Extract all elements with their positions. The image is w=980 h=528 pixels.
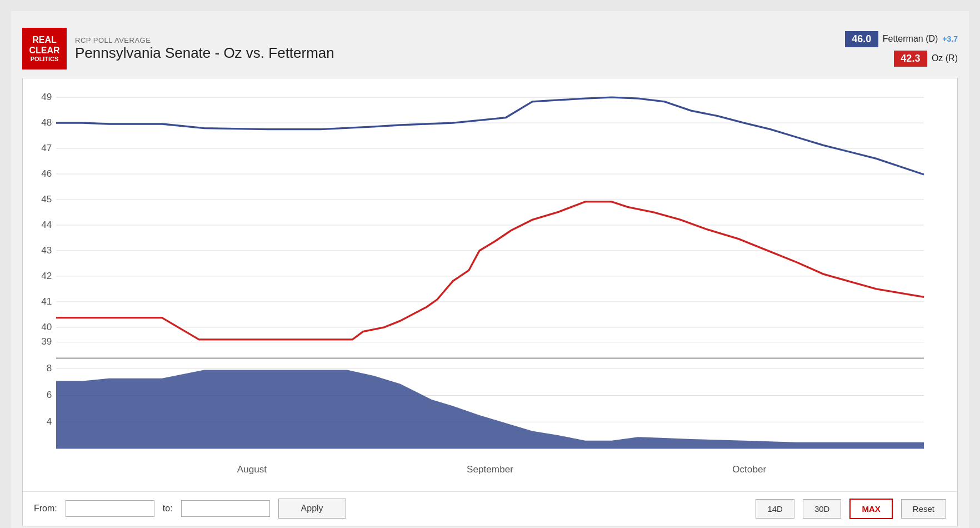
svg-text:September: September: [467, 464, 513, 475]
header-title: RCP POLL AVERAGE Pennsylvania Senate - O…: [75, 36, 334, 62]
svg-text:49: 49: [41, 91, 52, 102]
header: REAL CLEAR POLITICS RCP POLL AVERAGE Pen…: [22, 22, 958, 78]
from-input[interactable]: [66, 500, 154, 517]
main-chart-svg: 49 48 47 46 45 44 43 42 41 40 39 8: [56, 87, 924, 491]
legend: 46.0 Fetterman (D) +3.7 42.3 Oz (R): [845, 31, 958, 67]
svg-text:46: 46: [41, 168, 52, 179]
svg-text:4: 4: [47, 416, 52, 427]
chart-area: 49 48 47 46 45 44 43 42 41 40 39 8: [23, 78, 957, 491]
oz-line: [56, 202, 924, 340]
14d-button[interactable]: 14D: [756, 499, 794, 519]
spread-area: [56, 370, 924, 449]
svg-text:47: 47: [41, 142, 52, 153]
oz-value-badge: 42.3: [894, 51, 927, 67]
max-button[interactable]: MAX: [849, 499, 892, 519]
reset-button[interactable]: Reset: [901, 499, 946, 519]
oz-name: Oz (R): [932, 53, 958, 63]
logo-line1: REAL: [32, 34, 57, 45]
svg-text:41: 41: [41, 296, 52, 307]
logo: REAL CLEAR POLITICS: [22, 28, 67, 69]
svg-text:44: 44: [41, 219, 52, 230]
to-label: to:: [163, 504, 173, 514]
page-container: REAL CLEAR POLITICS RCP POLL AVERAGE Pen…: [11, 11, 969, 528]
legend-oz: 42.3 Oz (R): [894, 51, 958, 67]
svg-text:8: 8: [47, 362, 52, 373]
logo-line3: POLITICS: [31, 56, 59, 63]
fetterman-line: [56, 97, 924, 175]
apply-button[interactable]: Apply: [278, 499, 346, 519]
fetterman-name: Fetterman (D): [883, 34, 938, 44]
header-subtitle: RCP POLL AVERAGE: [75, 36, 334, 44]
logo-line2: CLEAR: [29, 45, 59, 56]
fetterman-diff: +3.7: [942, 34, 958, 43]
svg-text:43: 43: [41, 245, 52, 256]
svg-text:39: 39: [41, 336, 52, 347]
fetterman-value-badge: 46.0: [845, 31, 878, 47]
svg-text:October: October: [732, 464, 766, 475]
to-input[interactable]: [181, 500, 270, 517]
page-title: Pennsylvania Senate - Oz vs. Fetterman: [75, 44, 334, 62]
svg-text:6: 6: [47, 389, 52, 400]
legend-fetterman: 46.0 Fetterman (D) +3.7: [845, 31, 958, 47]
svg-text:48: 48: [41, 117, 52, 128]
svg-text:42: 42: [41, 270, 52, 281]
30d-button[interactable]: 30D: [803, 499, 842, 519]
controls-bar: From: to: Apply 14D 30D MAX Reset: [23, 491, 957, 526]
svg-text:45: 45: [41, 193, 52, 205]
from-label: From:: [34, 504, 57, 514]
header-left: REAL CLEAR POLITICS RCP POLL AVERAGE Pen…: [22, 28, 334, 69]
svg-text:40: 40: [41, 321, 52, 332]
svg-text:August: August: [237, 464, 267, 475]
chart-wrapper: 49 48 47 46 45 44 43 42 41 40 39 8: [22, 78, 958, 526]
